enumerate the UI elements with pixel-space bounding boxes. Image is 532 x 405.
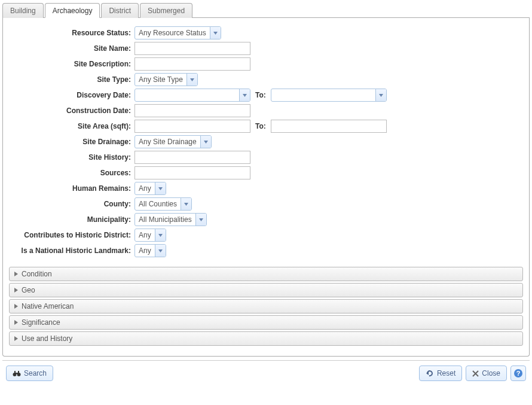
site-history-label: Site History:	[9, 153, 134, 162]
accordion-significance[interactable]: Significance	[9, 315, 523, 330]
site-area-label: Site Area (sqft):	[9, 122, 134, 130]
reset-button[interactable]: Reset	[419, 366, 462, 381]
site-area-from-input[interactable]	[134, 120, 250, 133]
accordion-group: Condition Geo Native American Significan…	[9, 267, 523, 346]
construction-date-label: Construction Date:	[9, 106, 134, 115]
chevron-down-icon	[181, 198, 191, 210]
close-button[interactable]: Close	[466, 366, 507, 381]
chevron-down-icon	[155, 229, 166, 241]
svg-rect-3	[18, 371, 19, 373]
tab-building[interactable]: Building	[2, 3, 44, 18]
svg-rect-2	[14, 371, 16, 373]
site-type-value: Any Site Type	[135, 74, 186, 86]
chevron-right-icon	[14, 320, 22, 325]
chevron-right-icon	[14, 304, 22, 309]
site-area-to-input[interactable]	[271, 120, 387, 133]
chevron-down-icon	[200, 136, 211, 148]
discovery-date-label: Discovery Date:	[9, 91, 134, 99]
accordion-label: Use and History	[22, 334, 72, 343]
human-remains-value: Any	[135, 182, 155, 194]
accordion-use-and-history[interactable]: Use and History	[9, 331, 523, 346]
chevron-right-icon	[14, 272, 22, 276]
county-value: All Counties	[135, 198, 181, 210]
site-drainage-select[interactable]: Any Site Drainage	[134, 135, 212, 148]
close-icon	[472, 370, 479, 377]
svg-rect-4	[16, 373, 18, 374]
landmark-value: Any	[135, 245, 155, 257]
human-remains-select[interactable]: Any	[134, 182, 166, 195]
site-description-input[interactable]	[134, 57, 250, 71]
undo-icon	[426, 370, 434, 377]
reset-button-label: Reset	[437, 369, 455, 377]
accordion-native-american[interactable]: Native American	[9, 299, 523, 313]
discovery-date-from-input[interactable]	[134, 89, 250, 102]
sources-input[interactable]	[134, 166, 250, 179]
chevron-down-icon	[210, 27, 221, 39]
sources-label: Sources:	[9, 169, 134, 177]
accordion-label: Native American	[22, 302, 74, 310]
search-button-label: Search	[24, 369, 47, 377]
tab-bar: Building Archaeology District Submerged	[2, 2, 530, 18]
binoculars-icon	[13, 370, 21, 377]
human-remains-label: Human Remains:	[9, 184, 134, 193]
accordion-label: Condition	[22, 270, 52, 278]
contributes-value: Any	[135, 229, 155, 241]
accordion-condition[interactable]: Condition	[9, 267, 523, 281]
close-button-label: Close	[482, 369, 500, 377]
chevron-down-icon	[155, 182, 166, 194]
site-type-label: Site Type:	[9, 75, 134, 84]
app-wrapper: Building Archaeology District Submerged …	[0, 0, 532, 387]
municipality-select[interactable]: All Municipalities	[134, 213, 207, 226]
site-drainage-label: Site Drainage:	[9, 138, 134, 146]
chevron-right-icon	[14, 288, 22, 293]
municipality-value: All Municipalities	[135, 214, 195, 226]
site-area-to-label: To:	[250, 122, 271, 130]
chevron-right-icon	[14, 336, 22, 341]
chevron-down-icon	[239, 89, 250, 101]
municipality-label: Municipality:	[9, 215, 134, 224]
site-history-input[interactable]	[134, 151, 250, 164]
site-description-label: Site Description:	[9, 60, 134, 68]
archaeology-panel: Resource Status: Any Resource Status Sit…	[2, 18, 530, 357]
search-button[interactable]: Search	[6, 366, 53, 381]
chevron-down-icon	[375, 89, 386, 101]
footer-bar: Search Reset Close ?	[2, 360, 530, 385]
accordion-label: Significance	[22, 318, 60, 327]
county-label: County:	[9, 200, 134, 208]
resource-status-select[interactable]: Any Resource Status	[134, 26, 221, 39]
chevron-down-icon	[155, 245, 166, 257]
chevron-down-icon	[195, 214, 206, 226]
form-area: Resource Status: Any Resource Status Sit…	[9, 23, 523, 264]
help-button[interactable]: ?	[510, 366, 526, 381]
construction-date-input[interactable]	[134, 104, 250, 117]
resource-status-label: Resource Status:	[9, 29, 134, 37]
tab-submerged[interactable]: Submerged	[140, 3, 192, 18]
accordion-geo[interactable]: Geo	[9, 283, 523, 297]
tab-archaeology[interactable]: Archaeology	[45, 3, 100, 18]
discovery-date-to-label: To:	[250, 91, 271, 99]
help-icon: ?	[513, 369, 523, 378]
resource-status-value: Any Resource Status	[135, 27, 210, 39]
contributes-label: Contributes to Historic District:	[9, 231, 134, 239]
site-type-select[interactable]: Any Site Type	[134, 73, 198, 86]
landmark-select[interactable]: Any	[134, 244, 166, 257]
county-select[interactable]: All Counties	[134, 197, 192, 211]
discovery-date-to-input[interactable]	[271, 89, 387, 102]
contributes-select[interactable]: Any	[134, 229, 166, 242]
site-name-label: Site Name:	[9, 44, 134, 53]
accordion-label: Geo	[22, 286, 35, 294]
site-name-input[interactable]	[134, 42, 250, 55]
chevron-down-icon	[186, 74, 197, 86]
tab-district[interactable]: District	[101, 3, 139, 18]
landmark-label: Is a National Historic Landmark:	[9, 246, 134, 255]
site-drainage-value: Any Site Drainage	[135, 136, 200, 148]
svg-text:?: ?	[516, 370, 521, 377]
